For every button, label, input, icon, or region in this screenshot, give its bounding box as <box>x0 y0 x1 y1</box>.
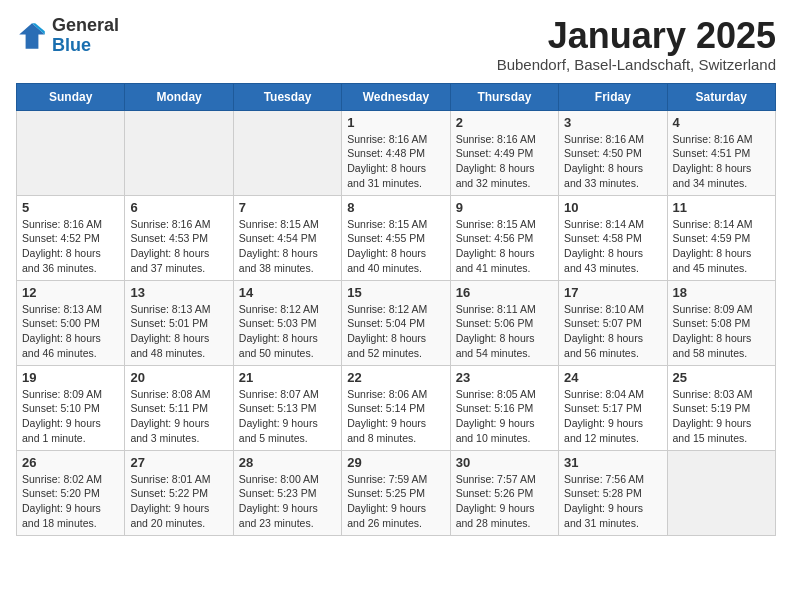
day-number: 16 <box>456 285 553 300</box>
day-cell: 29Sunrise: 7:59 AM Sunset: 5:25 PM Dayli… <box>342 450 450 535</box>
day-info: Sunrise: 8:12 AM Sunset: 5:04 PM Dayligh… <box>347 302 444 361</box>
day-number: 15 <box>347 285 444 300</box>
day-cell <box>233 110 341 195</box>
day-number: 8 <box>347 200 444 215</box>
week-row-1: 1Sunrise: 8:16 AM Sunset: 4:48 PM Daylig… <box>17 110 776 195</box>
calendar-table: SundayMondayTuesdayWednesdayThursdayFrid… <box>16 83 776 536</box>
day-info: Sunrise: 8:16 AM Sunset: 4:53 PM Dayligh… <box>130 217 227 276</box>
day-number: 6 <box>130 200 227 215</box>
day-cell: 13Sunrise: 8:13 AM Sunset: 5:01 PM Dayli… <box>125 280 233 365</box>
day-number: 12 <box>22 285 119 300</box>
day-number: 28 <box>239 455 336 470</box>
day-number: 11 <box>673 200 770 215</box>
day-info: Sunrise: 8:15 AM Sunset: 4:56 PM Dayligh… <box>456 217 553 276</box>
day-info: Sunrise: 8:16 AM Sunset: 4:50 PM Dayligh… <box>564 132 661 191</box>
day-number: 27 <box>130 455 227 470</box>
logo-blue-text: Blue <box>52 35 91 55</box>
day-cell <box>125 110 233 195</box>
day-info: Sunrise: 8:09 AM Sunset: 5:08 PM Dayligh… <box>673 302 770 361</box>
day-info: Sunrise: 8:01 AM Sunset: 5:22 PM Dayligh… <box>130 472 227 531</box>
calendar-body: 1Sunrise: 8:16 AM Sunset: 4:48 PM Daylig… <box>17 110 776 535</box>
day-info: Sunrise: 8:05 AM Sunset: 5:16 PM Dayligh… <box>456 387 553 446</box>
day-number: 13 <box>130 285 227 300</box>
day-info: Sunrise: 7:57 AM Sunset: 5:26 PM Dayligh… <box>456 472 553 531</box>
day-info: Sunrise: 8:13 AM Sunset: 5:00 PM Dayligh… <box>22 302 119 361</box>
day-number: 4 <box>673 115 770 130</box>
day-cell: 1Sunrise: 8:16 AM Sunset: 4:48 PM Daylig… <box>342 110 450 195</box>
week-row-4: 19Sunrise: 8:09 AM Sunset: 5:10 PM Dayli… <box>17 365 776 450</box>
day-cell: 5Sunrise: 8:16 AM Sunset: 4:52 PM Daylig… <box>17 195 125 280</box>
logo-general-text: General <box>52 15 119 35</box>
day-number: 31 <box>564 455 661 470</box>
day-cell <box>17 110 125 195</box>
day-info: Sunrise: 8:15 AM Sunset: 4:55 PM Dayligh… <box>347 217 444 276</box>
header-cell-thursday: Thursday <box>450 83 558 110</box>
day-cell: 18Sunrise: 8:09 AM Sunset: 5:08 PM Dayli… <box>667 280 775 365</box>
day-cell: 3Sunrise: 8:16 AM Sunset: 4:50 PM Daylig… <box>559 110 667 195</box>
week-row-5: 26Sunrise: 8:02 AM Sunset: 5:20 PM Dayli… <box>17 450 776 535</box>
day-cell: 31Sunrise: 7:56 AM Sunset: 5:28 PM Dayli… <box>559 450 667 535</box>
day-info: Sunrise: 8:16 AM Sunset: 4:48 PM Dayligh… <box>347 132 444 191</box>
day-number: 5 <box>22 200 119 215</box>
page-header: General Blue January 2025 Bubendorf, Bas… <box>16 16 776 73</box>
month-title: January 2025 <box>497 16 776 56</box>
header-row: SundayMondayTuesdayWednesdayThursdayFrid… <box>17 83 776 110</box>
day-number: 30 <box>456 455 553 470</box>
day-info: Sunrise: 8:11 AM Sunset: 5:06 PM Dayligh… <box>456 302 553 361</box>
day-number: 21 <box>239 370 336 385</box>
logo: General Blue <box>16 16 119 56</box>
day-number: 2 <box>456 115 553 130</box>
day-cell: 10Sunrise: 8:14 AM Sunset: 4:58 PM Dayli… <box>559 195 667 280</box>
header-cell-tuesday: Tuesday <box>233 83 341 110</box>
day-number: 3 <box>564 115 661 130</box>
day-cell: 27Sunrise: 8:01 AM Sunset: 5:22 PM Dayli… <box>125 450 233 535</box>
day-cell: 30Sunrise: 7:57 AM Sunset: 5:26 PM Dayli… <box>450 450 558 535</box>
week-row-3: 12Sunrise: 8:13 AM Sunset: 5:00 PM Dayli… <box>17 280 776 365</box>
day-info: Sunrise: 8:07 AM Sunset: 5:13 PM Dayligh… <box>239 387 336 446</box>
day-info: Sunrise: 8:02 AM Sunset: 5:20 PM Dayligh… <box>22 472 119 531</box>
day-number: 25 <box>673 370 770 385</box>
day-cell: 26Sunrise: 8:02 AM Sunset: 5:20 PM Dayli… <box>17 450 125 535</box>
day-cell: 23Sunrise: 8:05 AM Sunset: 5:16 PM Dayli… <box>450 365 558 450</box>
day-info: Sunrise: 8:16 AM Sunset: 4:51 PM Dayligh… <box>673 132 770 191</box>
header-cell-friday: Friday <box>559 83 667 110</box>
day-cell: 12Sunrise: 8:13 AM Sunset: 5:00 PM Dayli… <box>17 280 125 365</box>
day-info: Sunrise: 8:08 AM Sunset: 5:11 PM Dayligh… <box>130 387 227 446</box>
day-number: 14 <box>239 285 336 300</box>
day-cell: 9Sunrise: 8:15 AM Sunset: 4:56 PM Daylig… <box>450 195 558 280</box>
day-cell <box>667 450 775 535</box>
day-info: Sunrise: 8:12 AM Sunset: 5:03 PM Dayligh… <box>239 302 336 361</box>
svg-marker-0 <box>19 23 45 49</box>
day-info: Sunrise: 8:00 AM Sunset: 5:23 PM Dayligh… <box>239 472 336 531</box>
day-info: Sunrise: 7:56 AM Sunset: 5:28 PM Dayligh… <box>564 472 661 531</box>
day-cell: 25Sunrise: 8:03 AM Sunset: 5:19 PM Dayli… <box>667 365 775 450</box>
day-number: 20 <box>130 370 227 385</box>
day-number: 7 <box>239 200 336 215</box>
day-info: Sunrise: 8:09 AM Sunset: 5:10 PM Dayligh… <box>22 387 119 446</box>
header-cell-wednesday: Wednesday <box>342 83 450 110</box>
day-info: Sunrise: 8:14 AM Sunset: 4:59 PM Dayligh… <box>673 217 770 276</box>
day-cell: 28Sunrise: 8:00 AM Sunset: 5:23 PM Dayli… <box>233 450 341 535</box>
day-cell: 22Sunrise: 8:06 AM Sunset: 5:14 PM Dayli… <box>342 365 450 450</box>
day-info: Sunrise: 8:03 AM Sunset: 5:19 PM Dayligh… <box>673 387 770 446</box>
day-cell: 14Sunrise: 8:12 AM Sunset: 5:03 PM Dayli… <box>233 280 341 365</box>
day-number: 9 <box>456 200 553 215</box>
day-cell: 7Sunrise: 8:15 AM Sunset: 4:54 PM Daylig… <box>233 195 341 280</box>
day-cell: 21Sunrise: 8:07 AM Sunset: 5:13 PM Dayli… <box>233 365 341 450</box>
day-info: Sunrise: 8:13 AM Sunset: 5:01 PM Dayligh… <box>130 302 227 361</box>
day-number: 17 <box>564 285 661 300</box>
day-number: 26 <box>22 455 119 470</box>
day-info: Sunrise: 8:16 AM Sunset: 4:49 PM Dayligh… <box>456 132 553 191</box>
day-cell: 19Sunrise: 8:09 AM Sunset: 5:10 PM Dayli… <box>17 365 125 450</box>
day-number: 10 <box>564 200 661 215</box>
day-number: 24 <box>564 370 661 385</box>
day-cell: 24Sunrise: 8:04 AM Sunset: 5:17 PM Dayli… <box>559 365 667 450</box>
header-cell-monday: Monday <box>125 83 233 110</box>
subtitle: Bubendorf, Basel-Landschaft, Switzerland <box>497 56 776 73</box>
day-cell: 17Sunrise: 8:10 AM Sunset: 5:07 PM Dayli… <box>559 280 667 365</box>
day-info: Sunrise: 8:16 AM Sunset: 4:52 PM Dayligh… <box>22 217 119 276</box>
day-cell: 20Sunrise: 8:08 AM Sunset: 5:11 PM Dayli… <box>125 365 233 450</box>
day-info: Sunrise: 8:04 AM Sunset: 5:17 PM Dayligh… <box>564 387 661 446</box>
day-info: Sunrise: 8:10 AM Sunset: 5:07 PM Dayligh… <box>564 302 661 361</box>
day-info: Sunrise: 8:06 AM Sunset: 5:14 PM Dayligh… <box>347 387 444 446</box>
